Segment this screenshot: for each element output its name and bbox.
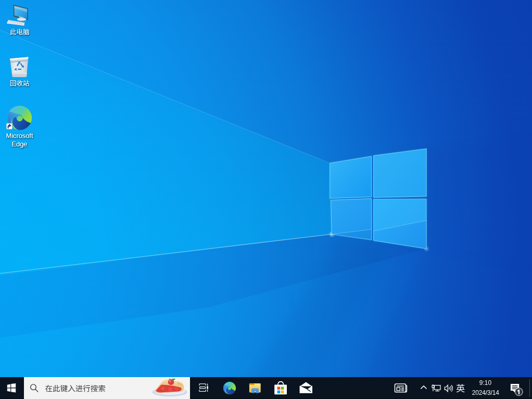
svg-text:9:10: 9:10	[479, 379, 492, 386]
svg-text:Edge: Edge	[12, 140, 28, 148]
svg-text:Microsoft: Microsoft	[6, 132, 33, 140]
svg-text:2024/3/14: 2024/3/14	[472, 389, 500, 396]
